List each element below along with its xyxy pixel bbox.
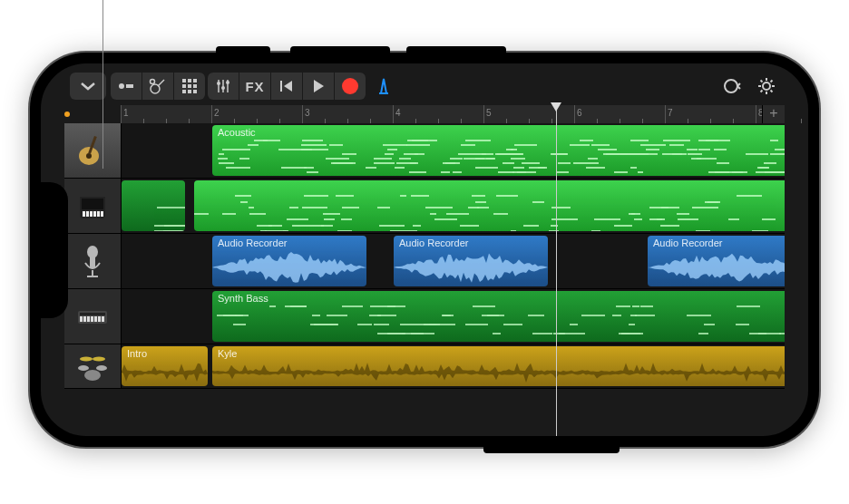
loop-icon [721, 77, 741, 95]
region-label: Intro [127, 348, 147, 359]
rewind-button[interactable] [271, 73, 302, 100]
phone-hw-button [483, 447, 620, 453]
svg-point-14 [221, 86, 225, 90]
svg-rect-38 [98, 316, 101, 322]
svg-rect-37 [94, 316, 97, 322]
region[interactable] [122, 180, 185, 231]
region-label: Acoustic [218, 127, 256, 138]
region[interactable]: Synth Bass [212, 291, 785, 342]
svg-rect-5 [188, 79, 191, 82]
bar-line [211, 105, 212, 123]
region[interactable]: Audio Recorder [394, 236, 548, 286]
playhead[interactable] [556, 105, 557, 436]
track-lane[interactable]: Synth Bass [122, 289, 785, 344]
track-view-icon [117, 79, 135, 93]
track-header-piano[interactable] [64, 179, 122, 233]
svg-rect-29 [90, 256, 95, 268]
svg-rect-31 [87, 276, 98, 277]
phone-frame: FX [30, 53, 819, 447]
track-lane[interactable]: Acoustic [122, 123, 785, 178]
fx-button[interactable]: FX [239, 73, 270, 100]
bar-number: 6 [577, 108, 582, 118]
rewind-icon [278, 79, 295, 93]
track-header-drums[interactable] [64, 344, 122, 388]
tracks-area: AcousticAudio RecorderAudio RecorderAudi… [64, 123, 785, 436]
play-button[interactable] [303, 73, 334, 100]
metronome-button[interactable] [368, 73, 399, 100]
region[interactable]: Audio Recorder [212, 236, 366, 286]
bar-line [574, 105, 575, 123]
region[interactable]: Kyle [212, 346, 785, 386]
loop-browser-button[interactable] [716, 73, 747, 100]
svg-point-13 [217, 82, 220, 85]
grid-button[interactable] [174, 73, 205, 100]
track-lane[interactable] [122, 179, 785, 233]
track-row [64, 179, 785, 234]
callout-line [102, 0, 103, 169]
bar-number: 5 [486, 108, 492, 118]
track-lane[interactable]: Audio RecorderAudio RecorderAudio Record… [122, 234, 785, 288]
region[interactable]: Acoustic [212, 125, 785, 176]
svg-rect-39 [102, 316, 104, 322]
track-lane[interactable]: IntroKyle [122, 344, 785, 388]
svg-point-17 [763, 82, 770, 90]
svg-rect-8 [188, 84, 191, 88]
svg-point-43 [96, 365, 107, 371]
svg-rect-40 [80, 313, 105, 315]
svg-rect-36 [91, 316, 93, 322]
cycle-marker[interactable] [64, 111, 70, 117]
keyboard-icon [74, 298, 111, 334]
grid-icon [182, 79, 197, 93]
guitar-icon [74, 132, 111, 169]
gear-icon [756, 76, 776, 96]
svg-rect-4 [182, 79, 186, 82]
phone-hw-button [406, 46, 506, 53]
phone-hw-button [290, 46, 390, 53]
region-label: Synth Bass [218, 293, 268, 304]
menu-button[interactable] [70, 73, 106, 100]
region-label: Audio Recorder [653, 237, 722, 248]
track-header-acoustic[interactable] [64, 123, 122, 178]
mic-icon [74, 243, 111, 279]
svg-rect-7 [182, 84, 186, 88]
svg-rect-27 [101, 211, 103, 217]
svg-rect-24 [90, 211, 93, 217]
region[interactable] [194, 180, 785, 231]
bar-line [302, 105, 303, 123]
settings-button[interactable] [751, 73, 782, 100]
svg-rect-26 [97, 211, 100, 217]
svg-rect-1 [126, 84, 133, 88]
bar-line [756, 105, 756, 123]
region-label: Audio Recorder [218, 237, 287, 248]
svg-rect-6 [193, 79, 197, 82]
bar-line [121, 105, 122, 123]
record-button[interactable] [335, 73, 366, 100]
svg-rect-9 [193, 84, 197, 88]
svg-rect-23 [86, 211, 89, 217]
track-view-button[interactable] [111, 73, 142, 100]
bar-tick [801, 119, 802, 123]
track-header-synth[interactable] [64, 289, 122, 344]
region[interactable]: Audio Recorder [648, 236, 785, 286]
mixer-button[interactable] [208, 73, 239, 100]
region-label: Kyle [218, 348, 237, 359]
add-track-button[interactable]: + [762, 105, 785, 123]
piano-icon [74, 188, 111, 224]
fx-label: FX [245, 79, 264, 94]
track-row: IntroKyle [64, 344, 785, 389]
playhead-handle-icon [551, 102, 561, 111]
toolbar: FX [64, 69, 785, 103]
timeline-ruler[interactable]: 12345678 [121, 105, 785, 124]
record-icon [342, 78, 358, 94]
phone-notch [41, 182, 68, 318]
region[interactable]: Intro [122, 346, 208, 386]
instrument-button[interactable] [142, 73, 173, 100]
svg-rect-34 [83, 316, 86, 322]
svg-rect-30 [92, 270, 93, 276]
bar-number: 4 [395, 108, 401, 118]
bar-number: 2 [214, 108, 220, 118]
bar-number: 1 [123, 108, 129, 118]
track-row: Audio RecorderAudio RecorderAudio Record… [64, 234, 785, 289]
track-header-vocals[interactable] [64, 234, 122, 288]
svg-point-44 [80, 357, 93, 362]
